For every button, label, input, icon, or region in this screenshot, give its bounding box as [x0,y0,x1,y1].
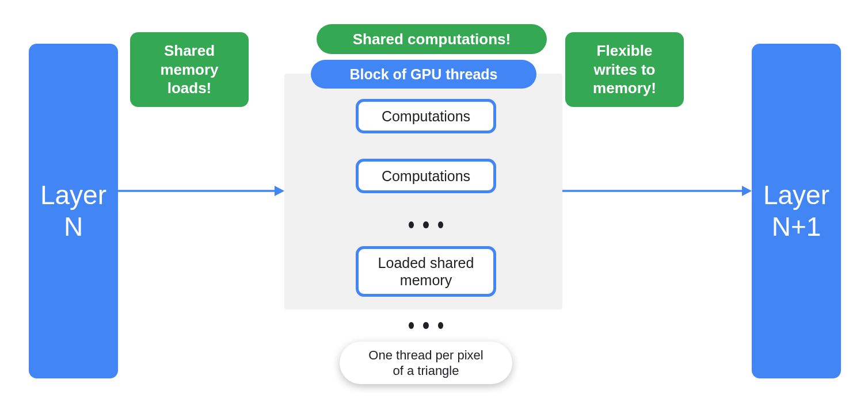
footer-note-text: One thread per pixel of a triangle [368,347,483,379]
callout-shared-computations: Shared computations! [317,24,547,54]
arrow-left [118,183,284,199]
callout-shared-memory-loads-text: Shared memory loads! [160,41,218,98]
layer-n1-label: Layer N+1 [763,179,829,243]
layer-n-box: Layer N [29,44,118,378]
computations-box-2-text: Computations [382,167,470,185]
callout-shared-computations-text: Shared computations! [353,30,511,49]
footer-note: One thread per pixel of a triangle [340,342,512,384]
computations-box-2: Computations [356,159,496,193]
layer-n1-box: Layer N+1 [752,44,841,378]
layer-n-label: Layer N [40,179,106,243]
svg-marker-3 [742,186,752,196]
computations-box-1-text: Computations [382,108,470,125]
loaded-shared-memory-text: Loaded shared memory [378,254,474,289]
svg-marker-1 [275,186,284,196]
computations-box-1: Computations [356,99,496,133]
callout-flexible-writes-text: Flexible writes to memory! [593,41,656,98]
loaded-shared-memory-box: Loaded shared memory [356,246,496,297]
arrow-right [562,183,752,199]
ellipsis-inside-panel [409,221,443,228]
ellipsis-below-panel [409,322,443,329]
gpu-threads-title-text: Block of GPU threads [350,66,498,83]
callout-flexible-writes: Flexible writes to memory! [565,32,684,107]
gpu-threads-title: Block of GPU threads [311,60,536,89]
callout-shared-memory-loads: Shared memory loads! [130,32,249,107]
